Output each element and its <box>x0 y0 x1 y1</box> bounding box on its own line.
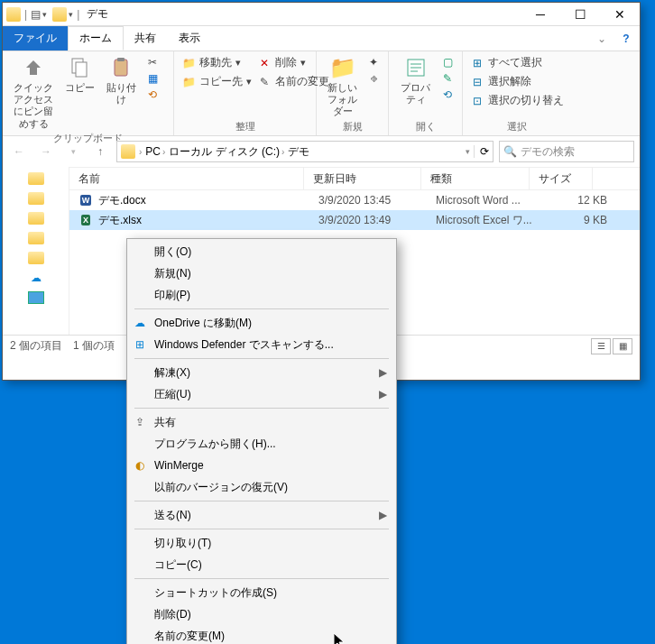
tree-folder-icon[interactable] <box>28 192 44 205</box>
help-button[interactable]: ? <box>613 26 640 51</box>
new-folder-button[interactable]: 📁 新しい フォルダー <box>324 55 361 118</box>
copy-button[interactable]: コピー <box>62 55 97 94</box>
qat-dropdown-icon[interactable]: ▾ <box>69 10 73 19</box>
status-selected-count: 1 個の項 <box>73 338 115 354</box>
menu-item[interactable]: 名前の変更(M) <box>127 625 396 644</box>
breadcrumb-demo[interactable]: デモ <box>288 144 309 160</box>
tree-folder-icon[interactable] <box>28 172 44 185</box>
file-menu[interactable]: ファイル <box>3 26 68 51</box>
share-tab[interactable]: 共有 <box>124 26 168 51</box>
copy-to-button[interactable]: 📁コピー先 ▾ <box>181 74 252 89</box>
col-type[interactable]: 種類 <box>421 168 530 189</box>
menu-item[interactable]: ⇪共有 <box>127 411 396 433</box>
tree-folder-icon[interactable] <box>28 252 44 264</box>
menu-separator <box>134 308 389 309</box>
qat-sep: | <box>75 8 81 21</box>
up-button[interactable]: ↑ <box>89 141 111 162</box>
breadcrumb-bar[interactable]: › PC › ローカル ディスク (C:) › デモ ▾ ⟳ <box>116 141 494 162</box>
paste-button[interactable]: 貼り付け <box>102 55 140 106</box>
menu-item[interactable]: ◐WinMerge <box>127 455 396 476</box>
menu-item[interactable]: ☁OneDrive に移動(M) <box>127 312 396 334</box>
folder-icon <box>6 7 21 22</box>
onedrive-icon[interactable]: ☁ <box>31 271 42 284</box>
menu-item-label: 解凍(X) <box>154 365 190 381</box>
new-item-button[interactable]: ✦ <box>366 55 381 69</box>
menu-item[interactable]: プログラムから開く(H)... <box>127 433 396 455</box>
search-placeholder: デモの検索 <box>521 144 575 160</box>
menu-item[interactable]: 新規(N) <box>127 262 396 284</box>
details-view-button[interactable]: ☰ <box>591 338 611 354</box>
paste-shortcut-button[interactable]: ⟲ <box>145 87 160 102</box>
menu-item[interactable]: 圧縮(U)▶ <box>127 383 396 405</box>
forward-button[interactable]: → <box>35 141 57 162</box>
menu-separator <box>134 578 389 579</box>
breadcrumb-c[interactable]: ローカル ディスク (C:) › <box>169 144 284 160</box>
menu-item[interactable]: 解凍(X)▶ <box>127 362 396 383</box>
nav-tree[interactable]: ☁ <box>3 167 69 335</box>
menu-item[interactable]: 切り取り(T) <box>127 532 396 554</box>
menu-separator <box>134 501 389 501</box>
menu-item[interactable]: コピー(C) <box>127 554 396 575</box>
icons-view-button[interactable]: ▦ <box>613 338 632 354</box>
file-name: デモ.xlsx <box>98 213 318 228</box>
organize-group-label: 整理 <box>181 118 309 133</box>
breadcrumb-dropdown-icon[interactable]: ▾ <box>466 147 470 156</box>
tree-folder-icon[interactable] <box>28 212 44 225</box>
breadcrumb-pc[interactable]: PC › <box>145 145 165 158</box>
minimize-button[interactable]: ─ <box>521 3 560 26</box>
home-tab[interactable]: ホーム <box>68 26 124 51</box>
move-to-button[interactable]: 📁移動先 ▾ <box>181 55 252 70</box>
share-icon: ⇪ <box>133 415 147 429</box>
submenu-arrow-icon: ▶ <box>379 509 387 521</box>
edit-button[interactable]: ✎ <box>440 71 455 86</box>
folder-icon <box>121 144 135 159</box>
select-all-button[interactable]: ⊞すべて選択 <box>470 55 564 70</box>
maximize-button[interactable]: ☐ <box>560 3 600 26</box>
menu-item-label: 開く(O) <box>154 244 191 260</box>
qat-new-icon[interactable]: ▤ <box>31 8 41 21</box>
menu-item-label: 印刷(P) <box>154 288 190 303</box>
file-date: 3/9/2020 13:49 <box>318 214 436 226</box>
close-button[interactable]: ✕ <box>600 3 640 26</box>
menu-item[interactable]: 送る(N)▶ <box>127 504 396 526</box>
minimize-ribbon-icon[interactable]: ⌄ <box>591 26 613 51</box>
recent-dropdown[interactable]: ▾ <box>62 141 84 162</box>
menu-item[interactable]: 印刷(P) <box>127 284 396 306</box>
properties-button[interactable]: プロパティ <box>396 55 435 106</box>
col-name[interactable]: 名前 <box>69 168 304 189</box>
pin-quick-access-button[interactable]: クイック アクセス にピン留めする <box>10 55 57 130</box>
history-button[interactable]: ⟲ <box>440 87 455 102</box>
menu-item[interactable]: ⊞Windows Defender でスキャンする... <box>127 334 396 355</box>
easy-access-button[interactable]: ⎆ <box>366 71 381 86</box>
select-none-button[interactable]: ⊟選択解除 <box>470 74 564 89</box>
menu-item[interactable]: ショートカットの作成(S) <box>127 582 396 603</box>
tree-folder-icon[interactable] <box>28 232 44 244</box>
pc-icon[interactable] <box>28 291 44 304</box>
back-button[interactable]: ← <box>8 141 30 162</box>
file-row[interactable]: Xデモ.xlsx3/9/2020 13:49Microsoft Excel ワ.… <box>69 210 640 230</box>
search-input[interactable]: 🔍 デモの検索 <box>499 141 634 162</box>
window-title: デモ <box>87 6 521 22</box>
cursor-icon <box>334 633 346 644</box>
qat-dropdown-icon[interactable]: ▾ <box>42 10 47 19</box>
menu-item-label: WinMerge <box>154 459 204 472</box>
menu-separator <box>134 408 389 409</box>
open-button[interactable]: ▢ <box>440 55 455 69</box>
col-date[interactable]: 更新日時 <box>304 168 421 189</box>
menu-item[interactable]: 開く(O) <box>127 241 396 262</box>
view-tab[interactable]: 表示 <box>168 26 212 51</box>
menu-separator <box>134 358 389 359</box>
menu-item-label: 送る(N) <box>154 508 191 523</box>
menu-item[interactable]: 削除(D) <box>127 603 396 625</box>
copy-path-button[interactable]: ▦ <box>145 71 160 86</box>
file-row[interactable]: Wデモ.docx3/9/2020 13:45Microsoft Word ...… <box>69 190 640 210</box>
menu-item[interactable]: 以前のバージョンの復元(V) <box>127 476 396 498</box>
file-date: 3/9/2020 13:45 <box>318 194 436 207</box>
open-group-label: 開く <box>396 118 455 133</box>
col-size[interactable]: サイズ <box>530 168 593 189</box>
invert-selection-button[interactable]: ⊡選択の切り替え <box>470 93 564 108</box>
refresh-button[interactable]: ⟳ <box>474 145 489 158</box>
cut-button[interactable]: ✂ <box>145 55 160 69</box>
defender-icon: ⊞ <box>133 337 147 352</box>
menu-item-label: 切り取り(T) <box>154 536 211 551</box>
